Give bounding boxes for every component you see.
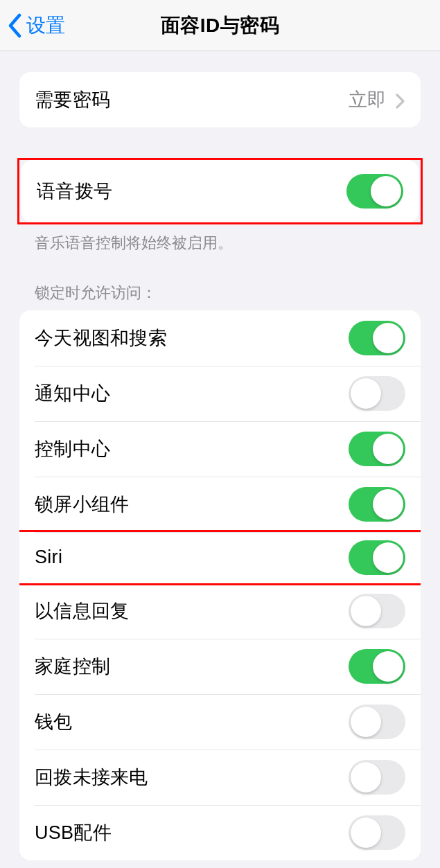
toggle-knob bbox=[373, 489, 403, 520]
locked-access-row: 以信息回复 bbox=[19, 583, 421, 639]
locked-access-label: USB配件 bbox=[35, 820, 112, 845]
toggle-knob bbox=[373, 542, 403, 573]
locked-access-row: 回拨未接来电 bbox=[19, 750, 421, 805]
toggle-knob bbox=[373, 323, 403, 353]
toggle-knob bbox=[351, 707, 381, 737]
locked-access-row: 控制中心 bbox=[19, 421, 421, 477]
locked-access-header: 锁定时允许访问： bbox=[19, 254, 421, 310]
locked-access-row: 家庭控制 bbox=[19, 639, 421, 694]
locked-access-row: 通知中心 bbox=[19, 366, 421, 421]
locked-access-label: 钱包 bbox=[35, 709, 73, 734]
locked-access-toggle[interactable] bbox=[349, 649, 405, 684]
toggle-knob bbox=[351, 817, 381, 848]
page-title: 面容ID与密码 bbox=[161, 12, 280, 39]
locked-access-toggle[interactable] bbox=[349, 376, 405, 411]
locked-access-row: 今天视图和搜索 bbox=[19, 310, 421, 366]
voice-dial-row: 语音拨号 bbox=[21, 160, 419, 222]
locked-access-label: 通知中心 bbox=[35, 381, 110, 406]
locked-access-footer: iPhone锁定超过一小时后，需先解锁iPhone才能允许USB配件连接。 bbox=[19, 860, 421, 868]
voice-dial-highlight: 语音拨号 bbox=[17, 158, 423, 224]
locked-access-toggle[interactable] bbox=[349, 760, 405, 795]
voice-dial-label: 语音拨号 bbox=[37, 179, 112, 204]
toggle-knob bbox=[351, 596, 381, 626]
locked-access-label: 今天视图和搜索 bbox=[35, 326, 167, 351]
locked-access-row: Siri bbox=[19, 530, 421, 585]
toggle-knob bbox=[373, 434, 403, 464]
locked-access-toggle[interactable] bbox=[349, 540, 405, 575]
navigation-bar: 设置 面容ID与密码 bbox=[0, 0, 440, 51]
locked-access-toggle[interactable] bbox=[349, 321, 405, 355]
require-passcode-row[interactable]: 需要密码 立即 bbox=[19, 72, 421, 127]
toggle-knob bbox=[371, 176, 401, 206]
voice-dial-toggle[interactable] bbox=[346, 174, 403, 209]
toggle-knob bbox=[351, 762, 381, 792]
chevron-right-icon bbox=[396, 92, 405, 107]
locked-access-toggle[interactable] bbox=[349, 815, 405, 850]
locked-access-group: 今天视图和搜索通知中心控制中心锁屏小组件Siri以信息回复家庭控制钱包回拨未接来… bbox=[19, 310, 421, 860]
voice-dial-footer: 音乐语音控制将始终被启用。 bbox=[19, 224, 421, 254]
locked-access-label: Siri bbox=[35, 547, 62, 568]
locked-access-toggle[interactable] bbox=[349, 487, 405, 522]
chevron-left-icon bbox=[7, 13, 22, 38]
back-label: 设置 bbox=[26, 12, 65, 39]
toggle-knob bbox=[351, 378, 381, 409]
locked-access-label: 回拨未接来电 bbox=[35, 765, 148, 790]
locked-access-toggle[interactable] bbox=[349, 705, 405, 739]
back-button[interactable]: 设置 bbox=[0, 12, 65, 39]
require-passcode-label: 需要密码 bbox=[35, 87, 110, 112]
locked-access-row: USB配件 bbox=[19, 805, 421, 860]
locked-access-row: 钱包 bbox=[19, 694, 421, 750]
locked-access-label: 控制中心 bbox=[35, 436, 110, 461]
require-passcode-group: 需要密码 立即 bbox=[19, 72, 421, 127]
locked-access-toggle[interactable] bbox=[349, 432, 405, 466]
locked-access-label: 锁屏小组件 bbox=[35, 492, 130, 517]
locked-access-label: 家庭控制 bbox=[35, 654, 110, 679]
toggle-knob bbox=[373, 651, 403, 682]
require-passcode-value: 立即 bbox=[349, 87, 405, 112]
voice-dial-group: 语音拨号 bbox=[21, 160, 419, 222]
locked-access-toggle[interactable] bbox=[349, 594, 405, 628]
locked-access-label: 以信息回复 bbox=[35, 599, 130, 623]
locked-access-row: 锁屏小组件 bbox=[19, 477, 421, 532]
